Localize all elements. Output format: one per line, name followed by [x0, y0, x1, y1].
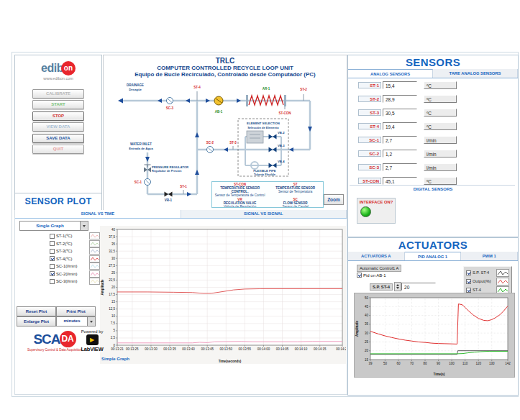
pid-checkbox[interactable]: [357, 273, 362, 278]
legend-checkbox[interactable]: [466, 270, 471, 275]
sensor-row-st1: ST-1 15,4 ºC: [358, 81, 518, 90]
svg-text:45: 45: [365, 305, 369, 309]
st3-label: ST-3: [229, 141, 237, 145]
automatic-control-label: Automatic Control1 A: [357, 265, 401, 272]
legend-item: VR REGULATION VALVE Válvula de Regulació…: [212, 197, 268, 208]
sensor-stubs: [183, 91, 304, 194]
quit-button[interactable]: QUIT: [32, 145, 84, 154]
labview-logo: Powered by ▶ LabVIEW: [77, 329, 107, 352]
sensor-row-sc1: SC-1 2,7 l/min: [358, 135, 518, 145]
channel-checkbox[interactable]: [50, 249, 55, 254]
svg-text:2,5: 2,5: [111, 336, 116, 339]
svg-text:25: 25: [365, 340, 369, 344]
sc3-label: SC-3: [166, 106, 174, 110]
channel-checkbox[interactable]: [50, 234, 55, 239]
vb3-label: VB-3: [278, 144, 285, 147]
view-data-button[interactable]: VIEW DATA: [32, 122, 84, 132]
actuators-panel: ACTUATORS ACTUATORS A PID ANALOG 1 PWM 1…: [347, 237, 519, 396]
svg-text:37,5: 37,5: [109, 235, 115, 239]
element-selection-label-es: Selección de Elemento: [247, 126, 279, 129]
channel-checkbox[interactable]: [50, 256, 55, 261]
legend-row-sp[interactable]: S.P. ST-4: [466, 268, 509, 277]
legend-item: ST-CON TEMPERATURE SENSOR CONTROL, Senso…: [212, 182, 268, 197]
tab-signal-vs-signal[interactable]: SIGNAL VS SIGNAL: [181, 210, 347, 218]
save-data-button[interactable]: SAVE DATA: [32, 134, 84, 143]
legend-row-output[interactable]: Output(%): [466, 277, 509, 286]
sensor-row-st4: ST-4 19,4 ºC: [358, 122, 518, 131]
sensors-title: SENSORS: [348, 56, 518, 68]
channel-line-sample-icon: [89, 240, 100, 247]
svg-text:90: 90: [437, 362, 441, 365]
drainage-label: DRAINAGE: [127, 83, 144, 87]
tab-signal-vs-time[interactable]: SIGNAL VS TIME: [15, 210, 181, 218]
legend-line-sample-icon: [496, 269, 509, 277]
enlarge-plot-button[interactable]: Enlarge Plot: [17, 316, 56, 327]
legend-checkbox[interactable]: [466, 288, 471, 293]
actuator-pid-chart: 1520253035404550395060708090100110120130…: [354, 293, 515, 378]
pressure-regulator-label-es: Regulador de Presión: [152, 169, 182, 173]
time-unit-select[interactable]: minutes: [56, 316, 96, 327]
channel-checkbox[interactable]: [50, 279, 55, 284]
svg-text:15: 15: [365, 358, 369, 362]
sensor-plot-title: SENSOR PLOT: [14, 193, 102, 211]
zoom-button[interactable]: Zoom: [324, 194, 344, 205]
setpoint-label: S.P. ST-4: [370, 283, 393, 291]
st-con-label: ST-CON: [278, 111, 291, 115]
svg-text:20: 20: [365, 349, 369, 352]
tab-analog-sensors[interactable]: ANALOG SENSORS: [348, 69, 433, 78]
graph-mode-select[interactable]: Single Graph: [19, 221, 88, 231]
svg-text:100: 100: [449, 362, 455, 365]
scada-logo-circle: DA: [60, 331, 76, 347]
tab-pwm-1[interactable]: PWM 1: [461, 252, 518, 260]
vr1-valve-icon: [165, 192, 173, 197]
digital-sensors-title: DIGITAL SENSORS: [348, 187, 518, 191]
sensor-readings: ST-1 15,4 ºC ST-2 28,9 ºC ST-3 30,5 ºC S…: [348, 81, 518, 190]
tab-pid-analog-1[interactable]: PID ANALOG 1: [405, 252, 462, 260]
svg-text:130: 130: [489, 362, 495, 365]
svg-text:15: 15: [111, 300, 116, 303]
sensor-plot-section: SIGNAL VS TIME SIGNAL VS SIGNAL Single G…: [14, 210, 347, 395]
edibon-url: www.edibon.com: [15, 76, 101, 81]
svg-text:40: 40: [365, 314, 369, 317]
chevron-down-icon[interactable]: [80, 222, 88, 230]
pid-on-ab1-checkbox-row[interactable]: Pid on AB-1: [357, 273, 386, 278]
edibon-logo-circle: on: [61, 61, 76, 76]
channel-checkbox[interactable]: [50, 271, 55, 276]
tab-tare-analog-sensors[interactable]: TARE ANALOG SENSORS: [433, 69, 518, 78]
calibrate-button[interactable]: CALIBRATE: [32, 89, 84, 99]
svg-text:00:14:10: 00:14:10: [295, 347, 308, 351]
ar1-label: AR-1: [263, 87, 270, 91]
legend-line-sample-icon: [496, 278, 509, 286]
vb-valve-icons: [269, 134, 277, 168]
svg-text:35: 35: [365, 322, 369, 326]
edibon-logo: edibon www.edibon.com: [15, 61, 101, 81]
svg-text:Amplitude: Amplitude: [101, 279, 104, 295]
channel-line-sample-icon: [89, 270, 100, 278]
chevron-down-icon[interactable]: [87, 317, 95, 326]
svg-text:35: 35: [111, 242, 116, 246]
tab-actuators-a[interactable]: ACTUATORS A: [348, 252, 405, 260]
channel-checkbox[interactable]: [50, 264, 55, 269]
legend-checkbox[interactable]: [466, 279, 471, 284]
print-plot-button[interactable]: Print Plot: [56, 306, 96, 316]
svg-text:142: 142: [505, 362, 511, 365]
pump-icon: [214, 96, 223, 105]
vb4-valve-icon: [269, 163, 277, 168]
start-button[interactable]: START: [32, 100, 84, 109]
svg-text:22,5: 22,5: [109, 278, 115, 282]
channel-checkbox[interactable]: [50, 241, 55, 246]
vb2-label: VB-2: [278, 131, 285, 134]
sidebar-buttons: CALIBRATE START STOP VIEW DATA SAVE DATA…: [15, 87, 101, 156]
svg-text:Amplitude: Amplitude: [355, 321, 359, 337]
setpoint-stepper[interactable]: [394, 282, 401, 291]
sensor-row-st3: ST-3 30,5 ºC: [358, 108, 518, 117]
svg-text:00:13:55: 00:13:55: [239, 347, 252, 351]
powered-by-label: Powered by: [77, 329, 107, 334]
sensor-row-sc3: SC-3 2,7 l/min: [358, 163, 518, 172]
setpoint-input[interactable]: 20: [401, 283, 436, 291]
stop-button[interactable]: STOP: [32, 111, 84, 121]
svg-text:39: 39: [368, 362, 373, 365]
element-selection-label: ELEMENT SELECTION: [247, 122, 280, 125]
reset-plot-button[interactable]: Reset Plot: [17, 306, 56, 316]
sensor-plot-chart: 02,557,51012,51517,52022,52527,53032,535…: [100, 226, 346, 364]
